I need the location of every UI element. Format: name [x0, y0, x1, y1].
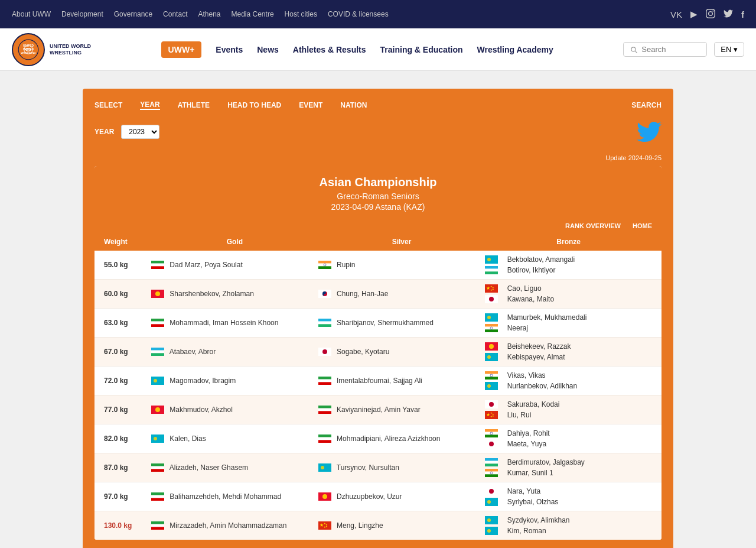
table-row: 130.0 kg Mirzazadeh, Amin Mohammadzaman …: [94, 511, 662, 540]
svg-rect-78: [318, 440, 331, 443]
rank-overview-button[interactable]: RANK OVERVIEW: [565, 222, 621, 229]
media-centre-link[interactable]: Media Centre: [232, 10, 274, 18]
top-bar-social: VK ▶ f: [670, 9, 744, 20]
table-row: 82.0 kg Kalen, Dias Mohmadipiani, Alirez…: [94, 424, 662, 453]
bronze-cell: Berdimuratov, Jalgasbay Kumar, Sunil 1: [485, 458, 652, 477]
bronze-entry: Nara, Yuta: [485, 487, 652, 495]
twitter-icon[interactable]: [724, 9, 733, 20]
bronze-entry: Nurlanbekov, Adilkhan: [485, 382, 652, 390]
svg-rect-16: [485, 271, 498, 274]
governance-link[interactable]: Governance: [114, 10, 152, 18]
covid-link[interactable]: COVID & licensees: [328, 10, 389, 18]
silver-cell: Sharibjanov, Shermukhammed: [318, 319, 485, 327]
svg-rect-7: [151, 266, 164, 269]
home-button[interactable]: HOME: [633, 222, 652, 229]
svg-rect-91: [485, 461, 498, 464]
svg-point-60: [487, 384, 491, 388]
table-row: 55.0 kg Dad Marz, Poya Soulat Rupin Bekb…: [94, 251, 662, 280]
svg-rect-64: [318, 408, 331, 411]
bronze-column-header: Bronze: [485, 238, 652, 246]
svg-text:★: ★: [486, 286, 490, 291]
svg-rect-41: [151, 348, 164, 351]
svg-rect-29: [151, 319, 164, 322]
bronze-entry: Berdimuratov, Jalgasbay: [485, 458, 652, 466]
silver-cell: ★★★★★ Meng, Lingzhe: [318, 521, 485, 530]
search-button[interactable]: SEARCH: [631, 101, 662, 109]
bronze-entry: ★★★★★ Cao, Liguo: [485, 284, 652, 293]
youtube-icon[interactable]: ▶: [690, 9, 698, 20]
bronze-cell: Beishekeev, Razzak Kebispayev, Almat: [485, 342, 652, 361]
nav-uwwplus[interactable]: UWW+: [161, 41, 202, 58]
weight-cell: 87.0 kg: [104, 463, 151, 472]
svg-point-103: [489, 489, 494, 494]
development-link[interactable]: Development: [61, 10, 103, 18]
host-cities-link[interactable]: Host cities: [285, 10, 317, 18]
nav-athletes-results[interactable]: Athletes & Results: [293, 43, 366, 57]
table-row: 77.0 kg Makhmudov, Akzhol Kaviyaninejad,…: [94, 395, 662, 424]
silver-cell: Rupin: [318, 261, 485, 269]
main-nav: UWW+ Events News Athletes & Results Trai…: [161, 41, 553, 58]
svg-rect-10: [318, 266, 331, 269]
year-select[interactable]: 2023 2022 2021 2020 2019: [121, 125, 159, 139]
bronze-entry: Mamurbek, Mukhamedali: [485, 313, 652, 322]
svg-rect-59: [485, 382, 498, 390]
filter-event-link[interactable]: EVENT: [299, 101, 322, 109]
svg-rect-115: [485, 516, 498, 524]
filter-head-to-head-link[interactable]: HEAD TO HEAD: [227, 101, 281, 109]
svg-point-116: [487, 518, 491, 522]
nav-news[interactable]: News: [257, 43, 279, 57]
weight-cell: 67.0 kg: [104, 348, 151, 356]
filter-year-link[interactable]: YEAR: [140, 100, 159, 110]
svg-rect-97: [151, 492, 164, 495]
language-button[interactable]: EN ▾: [714, 42, 744, 57]
svg-rect-85: [151, 463, 164, 466]
svg-point-47: [489, 344, 494, 349]
silver-cell: Tursynov, Nursultan: [318, 463, 485, 472]
update-text: Update 2024-09-25: [94, 154, 662, 161]
svg-rect-107: [151, 524, 164, 527]
silver-cell: Mohmadipiani, Alireza Azizkhoon: [318, 434, 485, 443]
filter-athlete-link[interactable]: ATHLETE: [178, 101, 210, 109]
svg-rect-92: [485, 463, 498, 466]
search-input[interactable]: [641, 45, 700, 54]
nav-wrestling-academy[interactable]: Wrestling Academy: [477, 43, 553, 57]
svg-text:★: ★: [486, 412, 490, 417]
svg-rect-93: [485, 469, 498, 472]
gold-cell: Sharshenbekov, Zholaman: [151, 290, 318, 298]
svg-point-28: [489, 297, 494, 301]
table-row: 60.0 kg Sharshenbekov, Zholaman Chung, H…: [94, 280, 662, 309]
svg-rect-32: [318, 319, 331, 322]
twitter-bird-icon[interactable]: [637, 119, 662, 150]
table-header: Weight Gold Silver Bronze: [94, 233, 662, 251]
vk-icon[interactable]: VK: [670, 9, 682, 20]
svg-rect-34: [318, 324, 331, 327]
svg-rect-35: [485, 313, 498, 322]
bronze-entry: Kim, Roman: [485, 527, 652, 535]
svg-rect-81: [485, 434, 498, 437]
table-row: 63.0 kg Mohammadi, Iman Hossein Khoon Sh…: [94, 309, 662, 338]
svg-rect-94: [485, 472, 498, 475]
svg-rect-86: [151, 466, 164, 469]
about-uww-link[interactable]: About UWW: [12, 10, 51, 18]
svg-rect-8: [318, 261, 331, 264]
filter-nation-link[interactable]: NATION: [340, 101, 367, 109]
contact-link[interactable]: Contact: [163, 10, 187, 18]
nav-events[interactable]: Events: [216, 43, 243, 57]
bronze-entry: Dahiya, Rohit: [485, 429, 652, 437]
svg-rect-54: [318, 382, 331, 385]
gold-cell: Balihamzehdeh, Mehdi Mohammad: [151, 492, 318, 501]
facebook-icon[interactable]: f: [741, 9, 744, 20]
nav-training-education[interactable]: Training & Education: [380, 43, 463, 57]
search-area[interactable]: [623, 42, 707, 57]
select-label: SELECT: [94, 101, 122, 109]
svg-text:★: ★: [490, 415, 493, 418]
bronze-entry: Syzdykov, Alimkhan: [485, 516, 652, 524]
svg-point-49: [487, 355, 491, 359]
athena-link[interactable]: Athena: [198, 10, 220, 18]
bronze-entry: Vikas, Vikas: [485, 371, 652, 380]
svg-point-67: [489, 402, 494, 407]
gold-cell: Mohammadi, Iman Hossein Khoon: [151, 319, 318, 327]
instagram-icon[interactable]: [706, 9, 715, 20]
svg-text:UNITED: UNITED: [23, 44, 34, 47]
silver-cell: Imentalabfoumai, Sajjag Ali: [318, 377, 485, 385]
